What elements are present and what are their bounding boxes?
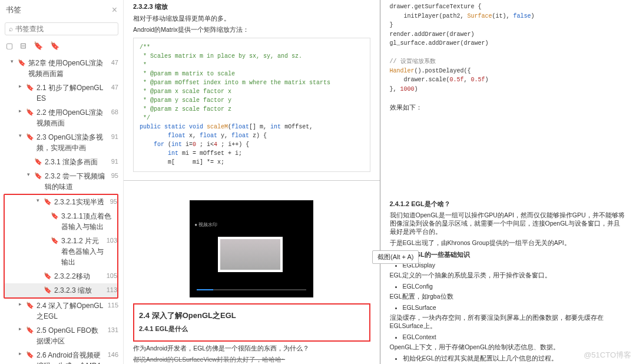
list-item: EGLContext	[403, 333, 627, 340]
code-block: drawer.getSurfaceTexture { initPlayer(pa…	[390, 0, 627, 101]
paragraph: 效果如下：	[390, 104, 627, 112]
document-viewer: 2.3.2.3 缩放 相对于移动缩放显得更简单的多。 Android的Matri…	[124, 0, 636, 364]
video-seekbar[interactable]	[197, 289, 306, 290]
tree-3-2-1-1-2[interactable]: 🔖3.2.1.2 片元着色器输入与输出103	[5, 234, 117, 269]
highlighted-section-2-4: 2.4 深入了解OpenGL之EGL 2.4.1 EGL是什么	[133, 303, 370, 342]
page-watermark: @51CTO博客	[584, 350, 631, 360]
tree-2-2[interactable]: ▸🔖2.2 使用OpenGL渲染视频画面68	[4, 105, 118, 130]
bookmark-icon[interactable]: 🔖	[34, 41, 43, 50]
paragraph: 相对于移动缩放显得更简单的多。	[133, 15, 370, 23]
paragraph: 于是EGL出现了，由Khronos Group提供的一组平台无关的API。	[390, 239, 627, 247]
paragraph: EGL配置，如rgba位数	[390, 293, 627, 301]
tree-2-4[interactable]: ▸🔖2.4 深入了解OpenGL之EGL115	[4, 299, 118, 323]
page-break	[124, 180, 380, 194]
tree-2-3-1[interactable]: 🔖2.3.1 渲染多画面91	[4, 155, 118, 169]
bullet-list: EGLDisplay	[403, 262, 627, 269]
tree-2-6[interactable]: ▸🔖2.6 Android音视频硬编码：生成一个MP4146	[4, 348, 118, 364]
bookmark-add-icon[interactable]: 🔖	[50, 41, 59, 50]
close-icon[interactable]: ×	[112, 5, 117, 15]
section-2-4-1-heading: 2.4.1 EGL是什么	[139, 325, 365, 333]
section-2-4-1-2-heading: 2.4.1.2 EGL是个啥？	[390, 200, 627, 209]
highlighted-tree-group: ▾🔖2.3.2.1实现半透95 🔖3.2.1.1顶点着色器输入与输出 🔖3.2.…	[4, 194, 118, 299]
view-icon[interactable]: ▢	[6, 41, 13, 50]
section-2-4-heading: 2.4 深入了解OpenGL之EGL	[139, 310, 365, 321]
paragraph-strikethrough: 都说Android的GLSurfaceView封装的太好了，哈哈哈~	[133, 356, 370, 364]
bookmark-tree: ▾🔖第2章 使用OpenGL渲染视频画面篇47 ▸🔖2.1 初步了解OpenGL…	[0, 54, 123, 364]
section-heading: 2.3.2.3 缩放	[133, 2, 370, 11]
bullet-list: EGLConfig	[403, 283, 627, 290]
page-column-left: 2.3.2.3 缩放 相对于移动缩放显得更简单的多。 Android的Matri…	[124, 0, 380, 364]
search-icon: ⌕	[9, 25, 13, 33]
tree-3-2-1-1-1[interactable]: 🔖3.2.1.1顶点着色器输入与输出	[5, 209, 117, 234]
tree-2-3-2[interactable]: ▾🔖2.3.2 尝一下视频编辑的味道95	[4, 169, 118, 194]
tree-2-3-2-2[interactable]: 🔖2.3.2.2移动105	[5, 269, 117, 283]
collapse-icon[interactable]: ⊟	[20, 41, 26, 50]
paragraph: 渲染缓存，一块内存空间，所有要渲染到屏幕上的图像数据，都要先缓存在EGLSurf…	[390, 314, 627, 330]
code-block: /** * Scales matrix m in place by sx, sy…	[133, 38, 370, 172]
screenshot-tooltip[interactable]: 截图(Alt + A)	[372, 250, 419, 264]
video-preview[interactable]: ● 视频水印	[190, 200, 313, 297]
sidebar-toolbar: ▢ ⊟ 🔖 🔖	[0, 38, 123, 54]
paragraph: Android的Matrix提供一个矩阵缩放方法：	[133, 26, 370, 34]
search-input[interactable]	[15, 25, 114, 33]
bullet-list: EGLSurface	[403, 304, 627, 311]
tree-2-3[interactable]: ▾🔖2.3 OpenGL渲染多视频，实现画中画91	[4, 130, 118, 155]
tree-2-5[interactable]: ▸🔖2.5 OpenGL FBO数据缓冲区131	[4, 323, 118, 348]
video-frame	[218, 237, 283, 272]
paragraph: 我们知道OpenGL是一组可以操作GPU的API，然而仅仅能够操作GPU，并不能…	[390, 211, 627, 236]
video-watermark-text: ● 视频水印	[194, 221, 217, 228]
bookmarks-sidebar: 书签 × ⌕ ▢ ⊟ 🔖 🔖 ▾🔖第2章 使用OpenGL渲染视频画面篇47 ▸…	[0, 0, 124, 364]
list-item: EGLSurface	[403, 304, 627, 311]
tree-2-1[interactable]: ▸🔖2.1 初步了解OpenGL ES47	[4, 81, 118, 105]
search-input-wrap[interactable]: ⌕	[5, 22, 118, 35]
sidebar-title: 书签	[6, 5, 21, 15]
bullet-list: EGLContext	[403, 333, 627, 340]
list-item: EGLConfig	[403, 283, 627, 290]
paragraph: 作为Android开发者，EGL仿佛是一个很陌生的东西，为什么？	[133, 345, 370, 353]
tree-2-3-2-1[interactable]: ▾🔖2.3.2.1实现半透95	[5, 195, 117, 209]
tree-chapter-2[interactable]: ▾🔖第2章 使用OpenGL渲染视频画面篇47	[4, 56, 118, 81]
tree-2-3-2-3[interactable]: 🔖2.3.2.3 缩放113	[5, 283, 117, 297]
section-2-4-1-3-heading: 2.4.1.3 EGL的一些基础知识	[390, 250, 627, 259]
page-column-right: drawer.getSurfaceTexture { initPlayer(pa…	[380, 0, 637, 364]
paragraph: EGL定义的一个抽象的系统显示类，用于操作设备窗口。	[390, 272, 627, 280]
list-item: EGLDisplay	[403, 262, 627, 269]
